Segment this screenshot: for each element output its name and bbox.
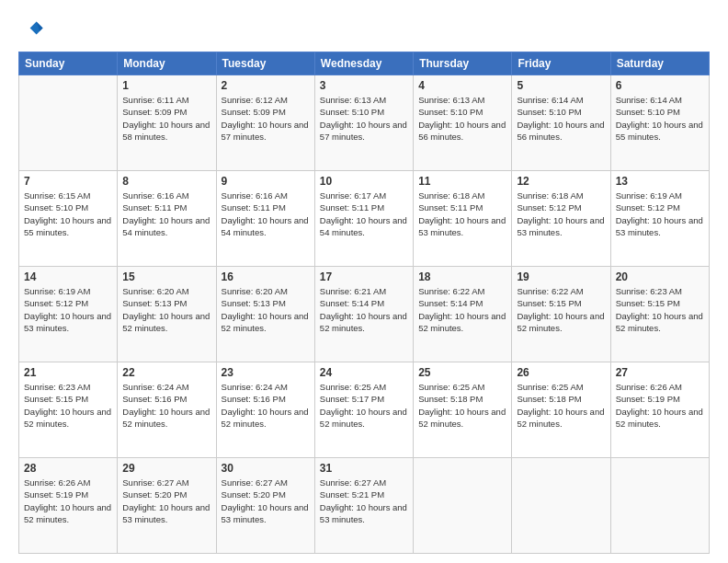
day-number: 31: [320, 462, 408, 475]
day-number: 8: [122, 175, 210, 188]
calendar-cell: 13Sunrise: 6:19 AM Sunset: 5:12 PM Dayli…: [610, 171, 709, 267]
day-info: Sunrise: 6:27 AM Sunset: 5:20 PM Dayligh…: [222, 477, 310, 525]
day-number: 27: [616, 366, 704, 379]
weekday-header-tuesday: Tuesday: [216, 52, 314, 75]
day-number: 14: [24, 270, 112, 283]
calendar-cell: [610, 458, 709, 554]
day-number: 3: [320, 79, 408, 92]
weekday-header-wednesday: Wednesday: [314, 52, 413, 75]
calendar-cell: 30Sunrise: 6:27 AM Sunset: 5:20 PM Dayli…: [216, 458, 314, 554]
day-number: 1: [122, 79, 210, 92]
calendar-cell: 6Sunrise: 6:14 AM Sunset: 5:10 PM Daylig…: [610, 75, 709, 171]
day-info: Sunrise: 6:23 AM Sunset: 5:15 PM Dayligh…: [616, 285, 704, 334]
day-info: Sunrise: 6:18 AM Sunset: 5:12 PM Dayligh…: [517, 190, 605, 238]
day-number: 9: [222, 175, 310, 188]
calendar-cell: [414, 458, 512, 554]
day-info: Sunrise: 6:25 AM Sunset: 5:18 PM Dayligh…: [418, 381, 506, 430]
day-info: Sunrise: 6:26 AM Sunset: 5:19 PM Dayligh…: [616, 381, 704, 430]
day-info: Sunrise: 6:27 AM Sunset: 5:20 PM Dayligh…: [122, 477, 210, 525]
page: SundayMondayTuesdayWednesdayThursdayFrid…: [0, 0, 728, 563]
day-number: 22: [122, 366, 210, 379]
weekday-header-saturday: Saturday: [610, 52, 709, 75]
day-info: Sunrise: 6:15 AM Sunset: 5:10 PM Dayligh…: [24, 190, 112, 238]
week-row-5: 28Sunrise: 6:26 AM Sunset: 5:19 PM Dayli…: [19, 458, 710, 554]
calendar-cell: 11Sunrise: 6:18 AM Sunset: 5:11 PM Dayli…: [414, 171, 512, 267]
calendar-cell: 29Sunrise: 6:27 AM Sunset: 5:20 PM Dayli…: [118, 458, 216, 554]
day-number: 5: [517, 79, 605, 92]
calendar-cell: 23Sunrise: 6:24 AM Sunset: 5:16 PM Dayli…: [216, 362, 314, 458]
day-number: 10: [320, 175, 408, 188]
calendar-cell: 9Sunrise: 6:16 AM Sunset: 5:11 PM Daylig…: [216, 171, 314, 267]
logo: [18, 17, 46, 42]
day-number: 30: [222, 462, 310, 475]
calendar-cell: 22Sunrise: 6:24 AM Sunset: 5:16 PM Dayli…: [118, 362, 216, 458]
calendar-cell: 1Sunrise: 6:11 AM Sunset: 5:09 PM Daylig…: [118, 75, 216, 171]
calendar-cell: 8Sunrise: 6:16 AM Sunset: 5:11 PM Daylig…: [118, 171, 216, 267]
calendar-cell: 24Sunrise: 6:25 AM Sunset: 5:17 PM Dayli…: [314, 362, 413, 458]
day-number: 17: [320, 270, 408, 283]
day-number: 6: [616, 79, 704, 92]
day-info: Sunrise: 6:22 AM Sunset: 5:15 PM Dayligh…: [517, 285, 605, 334]
calendar-cell: 31Sunrise: 6:27 AM Sunset: 5:21 PM Dayli…: [314, 458, 413, 554]
day-info: Sunrise: 6:19 AM Sunset: 5:12 PM Dayligh…: [24, 285, 112, 334]
day-number: 21: [24, 366, 112, 379]
day-number: 7: [24, 175, 112, 188]
day-info: Sunrise: 6:27 AM Sunset: 5:21 PM Dayligh…: [320, 477, 408, 525]
calendar-cell: 12Sunrise: 6:18 AM Sunset: 5:12 PM Dayli…: [512, 171, 610, 267]
day-number: 13: [616, 175, 704, 188]
day-number: 26: [517, 366, 605, 379]
day-number: 4: [418, 79, 506, 92]
calendar-cell: 25Sunrise: 6:25 AM Sunset: 5:18 PM Dayli…: [414, 362, 512, 458]
calendar-cell: 14Sunrise: 6:19 AM Sunset: 5:12 PM Dayli…: [19, 267, 118, 362]
day-number: 23: [222, 366, 310, 379]
day-info: Sunrise: 6:14 AM Sunset: 5:10 PM Dayligh…: [616, 94, 704, 143]
day-info: Sunrise: 6:12 AM Sunset: 5:09 PM Dayligh…: [222, 94, 310, 143]
day-info: Sunrise: 6:25 AM Sunset: 5:17 PM Dayligh…: [320, 381, 408, 430]
day-info: Sunrise: 6:19 AM Sunset: 5:12 PM Dayligh…: [616, 190, 704, 238]
logo-icon: [18, 17, 44, 42]
calendar-cell: 7Sunrise: 6:15 AM Sunset: 5:10 PM Daylig…: [19, 171, 118, 267]
day-number: 28: [24, 462, 112, 475]
day-number: 19: [517, 270, 605, 283]
calendar-cell: 10Sunrise: 6:17 AM Sunset: 5:11 PM Dayli…: [314, 171, 413, 267]
day-info: Sunrise: 6:22 AM Sunset: 5:14 PM Dayligh…: [418, 285, 506, 334]
calendar-header-row: SundayMondayTuesdayWednesdayThursdayFrid…: [19, 52, 710, 75]
day-info: Sunrise: 6:16 AM Sunset: 5:11 PM Dayligh…: [122, 190, 210, 238]
calendar-table: SundayMondayTuesdayWednesdayThursdayFrid…: [18, 52, 710, 554]
weekday-header-friday: Friday: [512, 52, 610, 75]
calendar-cell: 3Sunrise: 6:13 AM Sunset: 5:10 PM Daylig…: [314, 75, 413, 171]
day-number: 16: [222, 270, 310, 283]
day-info: Sunrise: 6:13 AM Sunset: 5:10 PM Dayligh…: [418, 94, 506, 143]
day-number: 12: [517, 175, 605, 188]
day-info: Sunrise: 6:21 AM Sunset: 5:14 PM Dayligh…: [320, 285, 408, 334]
calendar-cell: 2Sunrise: 6:12 AM Sunset: 5:09 PM Daylig…: [216, 75, 314, 171]
day-number: 11: [418, 175, 506, 188]
week-row-4: 21Sunrise: 6:23 AM Sunset: 5:15 PM Dayli…: [19, 362, 710, 458]
calendar-cell: [512, 458, 610, 554]
calendar-cell: 16Sunrise: 6:20 AM Sunset: 5:13 PM Dayli…: [216, 267, 314, 362]
weekday-header-thursday: Thursday: [414, 52, 512, 75]
week-row-1: 1Sunrise: 6:11 AM Sunset: 5:09 PM Daylig…: [19, 75, 710, 171]
calendar-cell: 15Sunrise: 6:20 AM Sunset: 5:13 PM Dayli…: [118, 267, 216, 362]
day-info: Sunrise: 6:20 AM Sunset: 5:13 PM Dayligh…: [222, 285, 310, 334]
day-info: Sunrise: 6:16 AM Sunset: 5:11 PM Dayligh…: [222, 190, 310, 238]
calendar-cell: 21Sunrise: 6:23 AM Sunset: 5:15 PM Dayli…: [19, 362, 118, 458]
calendar-cell: 4Sunrise: 6:13 AM Sunset: 5:10 PM Daylig…: [414, 75, 512, 171]
day-number: 2: [222, 79, 310, 92]
day-number: 24: [320, 366, 408, 379]
day-info: Sunrise: 6:13 AM Sunset: 5:10 PM Dayligh…: [320, 94, 408, 143]
day-info: Sunrise: 6:17 AM Sunset: 5:11 PM Dayligh…: [320, 190, 408, 238]
day-info: Sunrise: 6:11 AM Sunset: 5:09 PM Dayligh…: [122, 94, 210, 143]
day-info: Sunrise: 6:18 AM Sunset: 5:11 PM Dayligh…: [418, 190, 506, 238]
day-number: 29: [122, 462, 210, 475]
header: [18, 17, 710, 42]
calendar-cell: 17Sunrise: 6:21 AM Sunset: 5:14 PM Dayli…: [314, 267, 413, 362]
day-info: Sunrise: 6:25 AM Sunset: 5:18 PM Dayligh…: [517, 381, 605, 430]
weekday-header-monday: Monday: [118, 52, 216, 75]
day-info: Sunrise: 6:23 AM Sunset: 5:15 PM Dayligh…: [24, 381, 112, 430]
week-row-2: 7Sunrise: 6:15 AM Sunset: 5:10 PM Daylig…: [19, 171, 710, 267]
day-info: Sunrise: 6:24 AM Sunset: 5:16 PM Dayligh…: [122, 381, 210, 430]
calendar-cell: 27Sunrise: 6:26 AM Sunset: 5:19 PM Dayli…: [610, 362, 709, 458]
calendar-cell: 18Sunrise: 6:22 AM Sunset: 5:14 PM Dayli…: [414, 267, 512, 362]
calendar-cell: [19, 75, 118, 171]
